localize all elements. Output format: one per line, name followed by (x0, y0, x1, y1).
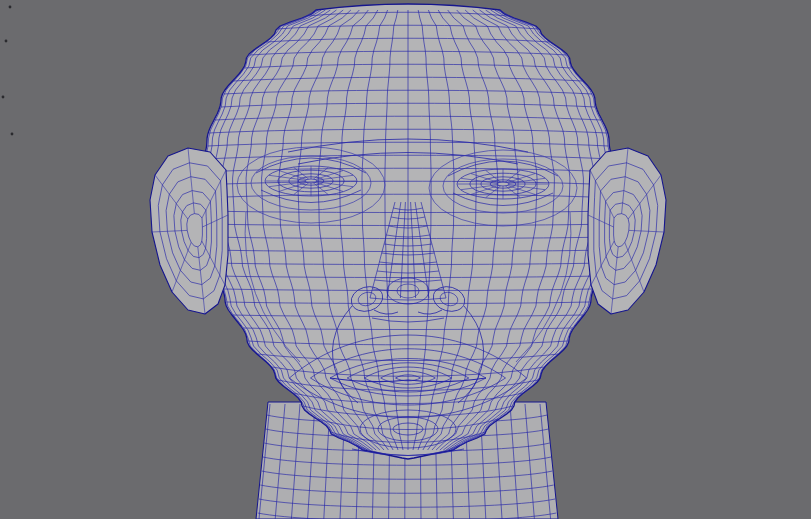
screen-speck (2, 96, 5, 99)
screen-speck (9, 6, 12, 9)
viewport-canvas[interactable] (0, 0, 811, 519)
screen-speck (5, 40, 8, 43)
head-wireframe-model[interactable] (0, 0, 811, 519)
screen-speck (11, 133, 14, 136)
